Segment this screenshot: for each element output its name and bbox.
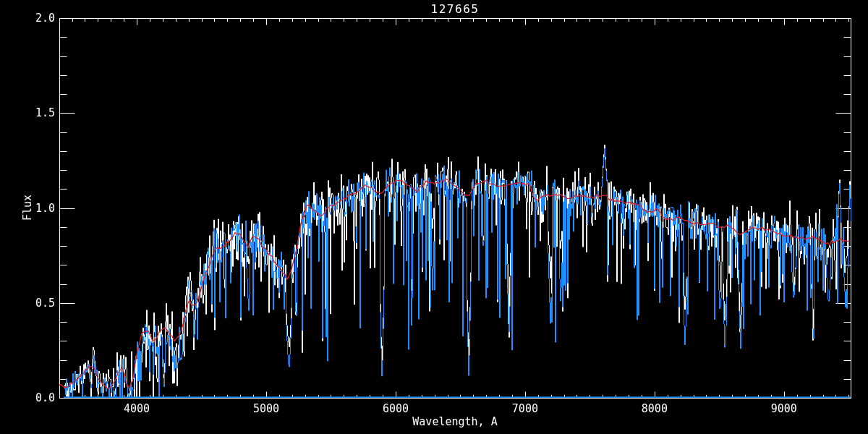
x-tick-label: 5000 bbox=[253, 402, 279, 415]
y-tick-label: 0.0 bbox=[4, 391, 55, 404]
x-tick-label: 8000 bbox=[642, 402, 668, 415]
y-tick-label: 2.0 bbox=[4, 12, 55, 25]
chart-title: 127665 bbox=[431, 2, 480, 16]
y-tick-label: 1.0 bbox=[4, 202, 55, 215]
y-tick-label: 0.5 bbox=[4, 297, 55, 310]
x-tick-label: 7000 bbox=[512, 402, 538, 415]
spectrum-plot-canvas bbox=[0, 0, 868, 434]
x-tick-label: 6000 bbox=[383, 402, 409, 415]
y-tick-label: 1.5 bbox=[4, 106, 55, 119]
x-axis-label: Wavelength, A bbox=[412, 415, 497, 428]
x-tick-label: 9000 bbox=[771, 402, 797, 415]
x-tick-label: 4000 bbox=[124, 402, 150, 415]
spectrum-figure: 127665 Wavelength, A Flux 40005000600070… bbox=[0, 0, 868, 434]
